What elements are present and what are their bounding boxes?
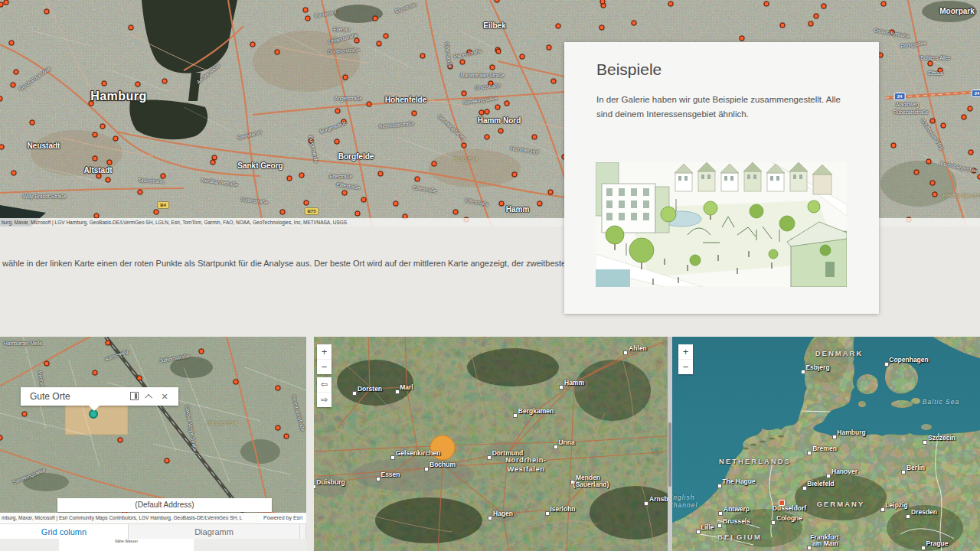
poi-marker[interactable] (354, 210, 360, 216)
poi-marker[interactable] (414, 176, 420, 181)
poi-marker[interactable] (287, 175, 292, 181)
poi-marker[interactable] (92, 155, 97, 161)
poi-marker[interactable] (926, 158, 932, 164)
poi-marker[interactable] (447, 64, 452, 69)
poi-marker[interactable] (968, 149, 973, 155)
poi-marker[interactable] (308, 139, 313, 144)
poi-marker[interactable] (44, 360, 50, 366)
poi-marker[interactable] (335, 108, 340, 113)
second-best-place-marker[interactable] (779, 500, 785, 506)
poi-marker[interactable] (968, 106, 973, 111)
poi-marker[interactable] (343, 74, 348, 80)
poi-marker[interactable] (129, 24, 134, 30)
poi-marker[interactable] (485, 135, 490, 140)
previous-extent-button[interactable]: ⇦ (317, 377, 332, 392)
poi-marker[interactable] (276, 385, 281, 390)
poi-marker[interactable] (100, 123, 105, 129)
poi-marker[interactable] (961, 114, 966, 119)
poi-marker[interactable] (466, 49, 472, 54)
poi-marker[interactable] (940, 122, 946, 128)
poi-marker[interactable] (489, 65, 495, 70)
poi-marker[interactable] (394, 201, 399, 207)
map-start-selection[interactable]: Gute Orte ✕ (Default Address) Hamburger … (0, 337, 306, 513)
panel-scrollbar[interactable] (668, 337, 672, 551)
poi-marker[interactable] (779, 23, 785, 28)
poi-marker[interactable] (161, 174, 166, 179)
poi-marker[interactable] (532, 135, 537, 140)
poi-marker[interactable] (488, 81, 494, 86)
poi-marker[interactable] (305, 16, 311, 21)
poi-marker[interactable] (763, 2, 769, 7)
poi-marker[interactable] (496, 48, 501, 54)
poi-marker[interactable] (299, 173, 305, 178)
poi-marker[interactable] (113, 136, 118, 142)
poi-marker[interactable] (668, 1, 674, 6)
tab-grid-column[interactable]: Grid column (0, 524, 129, 540)
poi-marker[interactable] (372, 16, 377, 21)
collapse-icon[interactable] (142, 392, 157, 401)
poi-marker[interactable] (376, 41, 381, 46)
poi-marker[interactable] (599, 24, 604, 30)
poi-marker[interactable] (30, 120, 35, 126)
poi-marker[interactable] (274, 49, 279, 54)
poi-marker[interactable] (972, 168, 977, 173)
poi-marker[interactable] (890, 30, 895, 35)
poi-marker[interactable] (342, 190, 348, 195)
poi-marker[interactable] (548, 190, 554, 195)
poi-marker[interactable] (977, 174, 980, 179)
poi-marker[interactable] (384, 34, 389, 39)
poi-marker[interactable] (880, 2, 886, 7)
poi-marker[interactable] (499, 201, 505, 206)
poi-marker[interactable] (485, 109, 490, 114)
poi-marker[interactable] (153, 209, 158, 214)
poi-marker[interactable] (377, 171, 383, 176)
poi-marker[interactable] (537, 201, 542, 207)
poi-marker[interactable] (367, 102, 372, 107)
poi-marker[interactable] (354, 37, 359, 43)
map-second-best-place[interactable]: + − DENMARKCopenhagenEsbjergBaltic SeaHa… (672, 337, 980, 551)
close-icon[interactable]: ✕ (157, 392, 172, 402)
poi-marker[interactable] (96, 173, 101, 178)
poi-marker[interactable] (937, 68, 942, 73)
poi-marker[interactable] (890, 142, 896, 148)
poi-marker[interactable] (93, 132, 98, 137)
poi-marker[interactable] (932, 192, 937, 197)
poi-marker[interactable] (929, 119, 935, 124)
poi-marker[interactable] (411, 110, 416, 116)
poi-marker[interactable] (118, 437, 123, 442)
poi-marker[interactable] (105, 340, 110, 345)
poi-marker[interactable] (92, 370, 97, 376)
poi-marker[interactable] (930, 181, 936, 186)
poi-marker[interactable] (234, 379, 239, 384)
poi-marker[interactable] (461, 143, 466, 148)
poi-marker[interactable] (495, 105, 500, 110)
poi-marker[interactable] (11, 82, 16, 87)
poi-marker[interactable] (479, 109, 484, 115)
poi-marker[interactable] (284, 434, 289, 439)
poi-marker[interactable] (211, 159, 216, 165)
poi-marker[interactable] (101, 81, 106, 86)
poi-marker[interactable] (914, 169, 920, 174)
poi-marker[interactable] (335, 139, 340, 144)
poi-marker[interactable] (89, 100, 94, 106)
poi-marker[interactable] (44, 8, 50, 14)
poi-marker[interactable] (21, 412, 27, 417)
zoom-in-button[interactable]: + (678, 344, 693, 359)
poi-marker[interactable] (135, 81, 140, 86)
map-best-place[interactable]: + − ⇦ ⇨ DorstenMarlHammAhlenBergkamenUnn… (314, 337, 668, 551)
poi-marker[interactable] (556, 23, 561, 28)
poi-marker[interactable] (198, 348, 204, 354)
poi-marker[interactable] (162, 78, 168, 83)
poi-marker[interactable] (8, 40, 14, 45)
poi-marker[interactable] (105, 177, 110, 182)
poi-marker[interactable] (420, 54, 426, 59)
dock-icon[interactable] (126, 392, 142, 402)
poi-marker[interactable] (739, 35, 744, 41)
poi-marker[interactable] (520, 54, 525, 59)
poi-marker[interactable] (632, 20, 637, 25)
poi-marker[interactable] (505, 100, 510, 106)
poi-marker[interactable] (546, 44, 551, 50)
poi-marker[interactable] (303, 200, 309, 205)
poi-marker[interactable] (341, 119, 346, 124)
poi-marker[interactable] (14, 70, 19, 75)
